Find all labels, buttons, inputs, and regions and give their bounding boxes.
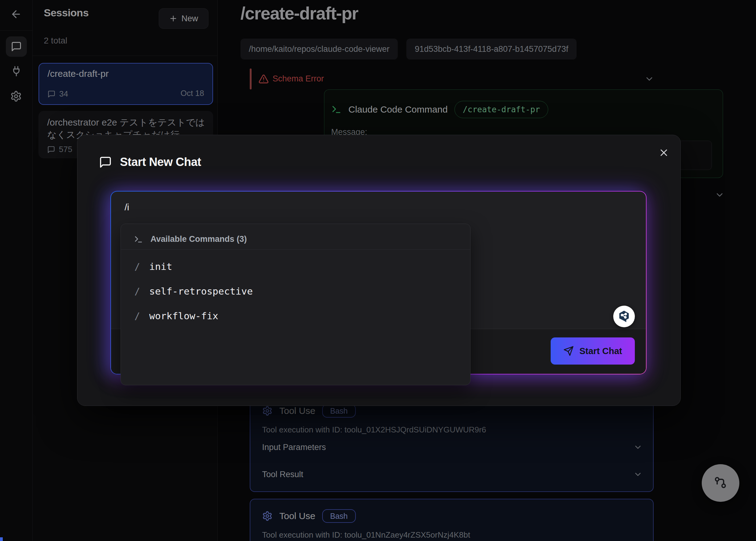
dropdown-header: Available Commands (3) bbox=[134, 235, 247, 244]
start-chat-button[interactable]: Start Chat bbox=[551, 337, 635, 364]
dropdown-divider bbox=[121, 249, 470, 250]
command-item-workflow-fix[interactable]: / workflow-fix bbox=[121, 303, 470, 328]
command-prefix: / bbox=[135, 261, 140, 272]
command-item-init[interactable]: / init bbox=[121, 254, 470, 279]
command-name: self-retrospective bbox=[149, 285, 253, 297]
extension-logo-badge[interactable] bbox=[613, 306, 635, 327]
command-name: workflow-fix bbox=[149, 310, 218, 321]
focus-sliver bbox=[0, 537, 3, 541]
terminal-icon bbox=[134, 235, 143, 244]
start-new-chat-modal: Start New Chat /i Start Chat bbox=[77, 135, 681, 406]
close-icon bbox=[658, 147, 669, 158]
start-chat-label: Start Chat bbox=[579, 346, 622, 356]
hexagon-share-logo-icon bbox=[617, 309, 631, 323]
app-screen: Sessions New 2 total /create-draft-pr 34… bbox=[0, 0, 756, 541]
command-prefix: / bbox=[135, 310, 140, 321]
modal-title: Start New Chat bbox=[120, 156, 201, 169]
commands-dropdown: Available Commands (3) / init / self-ret… bbox=[121, 224, 471, 385]
close-button[interactable] bbox=[657, 146, 671, 160]
command-name: init bbox=[149, 261, 173, 272]
modal-header: Start New Chat bbox=[99, 156, 201, 169]
chat-bubble-icon bbox=[99, 156, 112, 169]
send-icon bbox=[563, 346, 574, 356]
command-item-self-retrospective[interactable]: / self-retrospective bbox=[121, 279, 470, 303]
dropdown-heading: Available Commands (3) bbox=[151, 235, 247, 244]
command-prefix: / bbox=[135, 286, 140, 297]
